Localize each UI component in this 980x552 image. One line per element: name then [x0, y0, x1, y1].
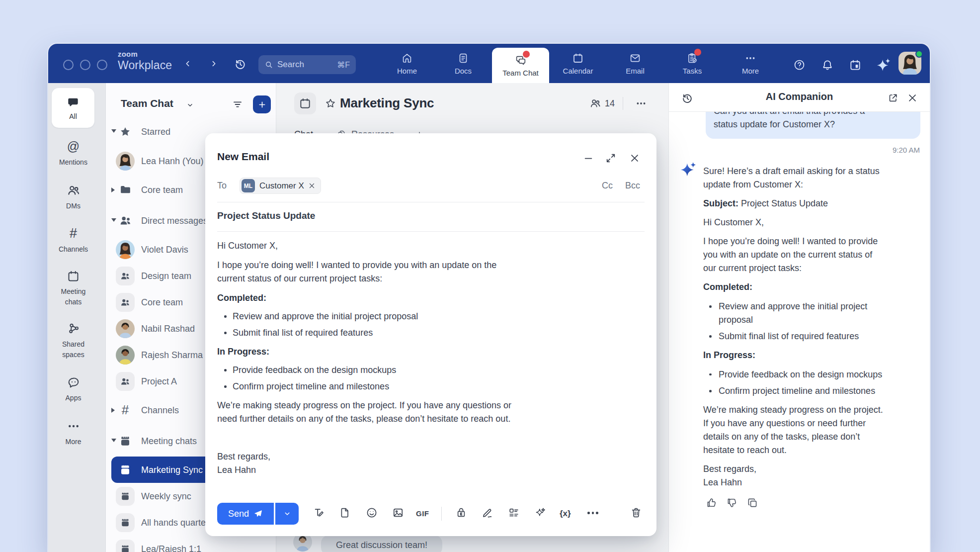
ai-signature: Best regards,Lea Hahn [703, 462, 922, 489]
sidebar-item-dms[interactable]: DMs [48, 184, 98, 211]
copy-icon[interactable] [746, 497, 758, 509]
ai-intro: Sure! Here’s a draft email asking for a … [703, 165, 922, 191]
attach-file-icon[interactable] [339, 507, 351, 519]
divider [623, 97, 623, 110]
nav-email[interactable]: Email [608, 44, 662, 83]
email-intro: I hope you’re doing well! I wanted to pr… [217, 259, 585, 286]
divider [217, 202, 645, 202]
subject-field[interactable]: Project Status Update [217, 210, 315, 221]
bcc-button[interactable]: Bcc [625, 181, 640, 191]
toolbar-divider [441, 507, 442, 521]
help-icon[interactable] [793, 59, 806, 71]
meeting-chat-icon [120, 491, 131, 502]
window-minimize-button[interactable] [80, 60, 90, 70]
brand-workplace: Workplace [118, 60, 172, 71]
recipient-chip[interactable]: ML Customer X [240, 178, 321, 194]
caret-right-icon[interactable] [111, 187, 115, 192]
sidebar-item-apps[interactable]: Apps [48, 375, 98, 403]
user-message-bubble: Can you draft an email that provides a s… [706, 112, 920, 139]
ai-inprogress-list: Provide feedback on the design mockups C… [703, 368, 922, 398]
list-item: Submit final list of required features [217, 325, 585, 341]
channel-more-icon[interactable] [635, 97, 647, 109]
send-options-button[interactable] [275, 503, 299, 525]
signature-icon[interactable] [482, 507, 493, 519]
thumbs-up-icon[interactable] [706, 497, 718, 509]
message-timestamp: 9:20 AM [893, 146, 920, 154]
history-icon[interactable] [234, 58, 247, 71]
ai-inprogress-label: In Progress: [703, 349, 922, 362]
discard-draft-icon[interactable] [630, 507, 642, 519]
sidebar-item-all[interactable]: All [52, 88, 94, 128]
list-item: Confirm project timeline and milestones [217, 378, 585, 395]
sidebar-item-channels[interactable]: # Channels [48, 226, 98, 255]
image-icon[interactable] [392, 507, 404, 519]
ai-response: Sure! Here’s a draft email asking for a … [703, 165, 922, 495]
people-icon [119, 214, 132, 227]
chevron-down-icon [283, 509, 292, 518]
expand-icon[interactable] [605, 153, 616, 164]
close-icon[interactable] [629, 153, 640, 164]
ai-feedback-actions [706, 497, 758, 509]
list-item: Provide feedback on the design mockups [217, 362, 585, 378]
back-icon[interactable] [184, 60, 192, 68]
nav-more[interactable]: More [723, 44, 778, 83]
avatar [116, 319, 135, 338]
nav-docs[interactable]: Docs [436, 44, 490, 83]
thumbs-down-icon[interactable] [726, 497, 738, 509]
sidebar-item-shared-spaces[interactable]: Shared spaces [48, 322, 98, 360]
nav-home[interactable]: Home [380, 44, 434, 83]
window-zoom-button[interactable] [97, 60, 107, 70]
calendar-date-icon[interactable] [849, 59, 862, 72]
toolbar-more-icon[interactable] [587, 512, 598, 514]
encrypt-icon[interactable] [455, 507, 467, 519]
search-input[interactable]: Search ⌘F [258, 55, 356, 74]
sidebar-item-meeting-chats[interactable]: Meeting chats [48, 270, 98, 307]
members-icon [589, 97, 601, 109]
gif-button[interactable]: GIF [416, 509, 429, 518]
close-icon[interactable] [907, 92, 918, 103]
notifications-icon[interactable] [821, 59, 834, 72]
cc-button[interactable]: Cc [602, 181, 613, 191]
more-icon [744, 52, 756, 64]
member-count[interactable]: 14 [589, 97, 615, 109]
sidebar-item-mentions[interactable]: @ Mentions [48, 139, 98, 168]
code-snippet-button[interactable]: {x} [560, 509, 571, 519]
nav-team-chat-active[interactable]: Team Chat [492, 48, 549, 83]
open-external-icon[interactable] [888, 92, 898, 103]
remove-recipient-icon[interactable] [308, 182, 316, 189]
forward-icon[interactable] [210, 60, 218, 68]
app-window: zoom Workplace Search ⌘F Home Docs Team … [48, 44, 930, 552]
send-plane-icon [253, 509, 263, 519]
window-close-button[interactable] [63, 60, 74, 70]
icon-rail-sidebar: All @ Mentions DMs # Channels Meeting ch… [48, 83, 106, 552]
template-icon[interactable] [508, 507, 520, 519]
sidebar-item-more[interactable]: More [48, 419, 98, 447]
send-button[interactable]: Send [217, 503, 274, 525]
channel-calendar-icon [294, 92, 316, 114]
favorite-star-icon[interactable] [325, 97, 336, 109]
filter-icon[interactable] [232, 98, 244, 110]
search-placeholder: Search [277, 60, 337, 70]
group-icon [120, 271, 131, 281]
caret-right-icon[interactable] [111, 408, 115, 413]
user-status-dot [915, 50, 923, 58]
chevron-down-icon[interactable] [186, 101, 194, 109]
list-item-lea-rajesh[interactable]: Lea/Rajesh 1:1 [106, 536, 276, 552]
calendar-icon [67, 270, 80, 283]
email-body[interactable]: Hi Customer X, I hope you’re doing well!… [217, 239, 585, 483]
email-completed-list: Review and approve the initial project p… [217, 308, 585, 341]
emoji-icon[interactable] [366, 507, 378, 519]
apps-bubble-icon [67, 375, 81, 389]
nav-tasks[interactable]: Tasks [665, 44, 720, 83]
home-icon [401, 52, 413, 64]
email-completed-label: Completed: [217, 291, 585, 305]
ai-sparkle-icon[interactable] [876, 58, 891, 72]
nav-calendar[interactable]: Calendar [551, 44, 605, 83]
text-format-icon[interactable] [313, 507, 325, 519]
at-icon: @ [67, 139, 80, 154]
minimize-icon[interactable] [583, 153, 594, 164]
people-icon [67, 184, 81, 197]
list-item: Review and approve the initial project p… [703, 300, 922, 326]
ai-assist-icon[interactable] [534, 507, 546, 519]
new-chat-button[interactable] [253, 95, 271, 113]
